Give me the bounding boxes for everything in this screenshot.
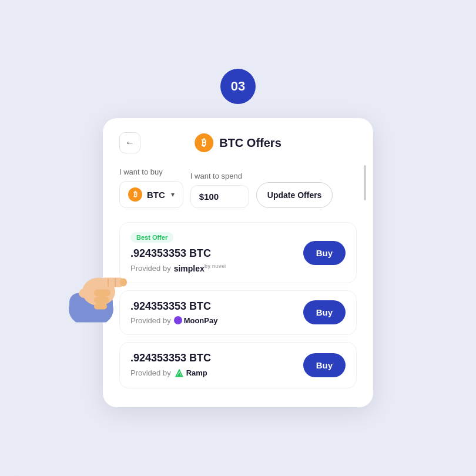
back-button[interactable]: ← xyxy=(119,132,140,153)
title-group: ₿ BTC Offers xyxy=(195,133,281,152)
controls-row: I want to buy ₿ BTC ▾ I want to spend Up… xyxy=(119,167,357,208)
best-offer-badge: Best Offer xyxy=(130,232,173,243)
back-icon: ← xyxy=(125,138,135,148)
ramp-logo: Ramp xyxy=(174,368,207,378)
update-offers-button[interactable]: Update Offers xyxy=(256,182,333,208)
crypto-select[interactable]: ₿ BTC ▾ xyxy=(119,181,183,208)
step-badge: 03 xyxy=(220,69,256,104)
buy-label: I want to buy xyxy=(119,167,183,176)
buy-button-3[interactable]: Buy xyxy=(303,353,346,377)
offer-provider-3: Provided by Ramp xyxy=(130,368,211,378)
amount-input[interactable] xyxy=(190,185,249,208)
card-header: ← ₿ BTC Offers xyxy=(119,132,357,153)
offer-provider-1: Provided by simplexby nuvei xyxy=(130,263,226,273)
offer-card-2: .924353353 BTC Provided by MoonPay Buy xyxy=(119,290,357,335)
crypto-select-value: BTC xyxy=(147,190,165,200)
ramp-icon xyxy=(174,368,185,378)
buy-button-2[interactable]: Buy xyxy=(303,300,346,324)
chevron-down-icon: ▾ xyxy=(171,190,175,199)
btc-header-icon: ₿ xyxy=(195,133,213,152)
offer-provider-2: Provided by MoonPay xyxy=(130,316,217,325)
page-title: BTC Offers xyxy=(219,136,281,150)
offer-left-2: .924353353 BTC Provided by MoonPay xyxy=(130,300,217,325)
svg-point-3 xyxy=(78,286,92,299)
offer-card-3: .924353353 BTC Provided by Ramp Bu xyxy=(119,342,357,388)
offer-left-3: .924353353 BTC Provided by Ramp xyxy=(130,352,211,378)
main-card: ← ₿ BTC Offers I want to buy ₿ BTC ▾ I w… xyxy=(103,118,373,407)
step-number: 03 xyxy=(231,79,245,94)
offer-amount-3: .924353353 BTC xyxy=(130,352,211,364)
page-container: 03 ← xyxy=(0,0,476,476)
moonpay-dot-icon xyxy=(174,316,182,324)
moonpay-logo: MoonPay xyxy=(174,316,218,325)
spend-label: I want to spend xyxy=(190,172,249,180)
buy-control-group: I want to buy ₿ BTC ▾ xyxy=(119,167,183,208)
spend-control-group: I want to spend xyxy=(190,172,249,208)
offer-card-1: Best Offer .924353353 BTC Provided by si… xyxy=(119,222,357,283)
offer-amount-1: .924353353 BTC xyxy=(130,247,226,260)
offer-left-1: Best Offer .924353353 BTC Provided by si… xyxy=(130,232,226,273)
simplex-logo: simplexby nuvei xyxy=(174,263,226,273)
buy-button-1[interactable]: Buy xyxy=(303,241,346,265)
offer-amount-2: .924353353 BTC xyxy=(130,300,217,313)
crypto-select-icon: ₿ xyxy=(128,187,142,202)
offers-list: Best Offer .924353353 BTC Provided by si… xyxy=(119,222,357,388)
